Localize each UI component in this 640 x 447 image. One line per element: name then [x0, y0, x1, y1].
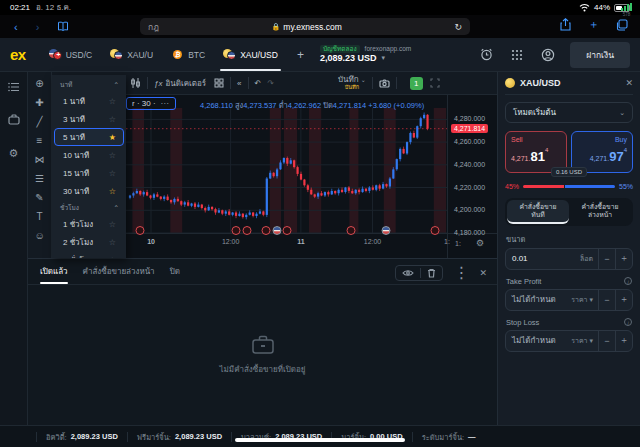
profile-icon[interactable]: [541, 48, 555, 62]
tp-minus-button[interactable]: −: [598, 290, 615, 310]
close-panel-icon[interactable]: ✕: [479, 268, 487, 278]
take-profit-input[interactable]: ไม่ได้กำหนด ราคา ▾ − ＋: [505, 289, 633, 311]
timeframe-item[interactable]: 1 ชั่วโมง☆: [54, 215, 124, 233]
layout-grid-icon[interactable]: [214, 78, 224, 88]
home-indicator[interactable]: [235, 438, 405, 442]
favorite-star-icon[interactable]: ☆: [109, 115, 116, 124]
stop-loss-input[interactable]: ไม่ได้กำหนด ราคา ▾ − ＋: [505, 330, 633, 352]
replay-icon[interactable]: «: [237, 79, 241, 88]
trendline-icon[interactable]: ╱: [36, 116, 42, 128]
instrument-tab-label: XAU/USD: [240, 50, 278, 60]
volume-plus-button[interactable]: ＋: [615, 249, 632, 269]
reload-icon[interactable]: ↻: [454, 22, 462, 32]
fullscreen-icon[interactable]: [430, 78, 440, 88]
axis-settings-icon[interactable]: ⚙: [476, 238, 484, 248]
sl-plus-button[interactable]: ＋: [615, 331, 632, 351]
forward-button[interactable]: ›: [36, 21, 40, 33]
legend-more-icon[interactable]: ⋯: [161, 99, 170, 108]
timeframe-item[interactable]: 4 ชั่วโมง☆: [54, 251, 124, 258]
positions-tab[interactable]: เปิดแล้ว: [40, 259, 68, 284]
volume-input[interactable]: 0.01 ล็อต − ＋: [505, 248, 633, 270]
timeframe-item[interactable]: 1 นาที☆: [54, 92, 124, 110]
alerts-icon[interactable]: [480, 48, 493, 61]
sl-unit-select[interactable]: ราคา ▾: [566, 335, 598, 346]
apps-grid-icon[interactable]: [511, 49, 523, 61]
favorite-star-icon[interactable]: ☆: [109, 238, 116, 247]
timeframe-item[interactable]: 15 นาที☆: [54, 164, 124, 182]
delete-icon[interactable]: [420, 268, 442, 278]
chart-legend[interactable]: r · 30 · ⋯: [126, 97, 176, 110]
info-icon[interactable]: i: [624, 277, 632, 285]
favorite-star-icon[interactable]: ☆: [109, 151, 116, 160]
favorite-star-icon[interactable]: ☆: [109, 169, 116, 178]
positions-tab[interactable]: คำสั่งซื้อขายล่วงหน้า: [83, 259, 155, 284]
instrument-tab-xauu[interactable]: XAU/U: [101, 38, 162, 71]
tp-plus-button[interactable]: ＋: [615, 290, 632, 310]
timeframe-item[interactable]: 10 นาที☆: [54, 146, 124, 164]
account-summary[interactable]: บัญชีทดลอง forexonapp.com 2,089.23 USD ▾: [320, 45, 411, 64]
screenshot-icon[interactable]: [379, 79, 390, 88]
redo-icon[interactable]: ↷: [267, 79, 274, 88]
news-marker[interactable]: [242, 226, 251, 235]
fib-icon[interactable]: ☰: [35, 173, 44, 185]
pattern-icon[interactable]: ⋈: [35, 154, 45, 166]
instrument-tab-usdc[interactable]: USD/C: [40, 38, 101, 71]
portfolio-icon[interactable]: [8, 114, 20, 125]
share-icon[interactable]: [560, 18, 571, 31]
news-marker[interactable]: [261, 226, 270, 235]
toggle-visibility-icon[interactable]: [396, 268, 420, 278]
volume-minus-button[interactable]: −: [598, 249, 615, 269]
indicators-button[interactable]: ƒx อินดิเคเตอร์: [154, 77, 206, 90]
timeframe-item[interactable]: 3 นาที☆: [54, 110, 124, 128]
news-marker[interactable]: [430, 226, 439, 235]
positions-tab[interactable]: ปิด: [170, 259, 180, 284]
tp-unit-select[interactable]: ราคา ▾: [566, 294, 598, 305]
instrument-tab-xauusd[interactable]: XAU/USD: [214, 38, 287, 71]
save-layout-button[interactable]: บันทึก ⌄ บันทึก: [338, 76, 366, 91]
info-icon[interactable]: i: [624, 318, 632, 326]
timeframe-item[interactable]: 5 นาที★: [54, 128, 124, 146]
order-tab-market[interactable]: คำสั่งซื้อขายทันที: [507, 200, 569, 224]
favorite-star-icon[interactable]: ☆: [109, 220, 116, 229]
order-tab-pending[interactable]: คำสั่งซื้อขายล่วงหน้า: [569, 200, 631, 224]
address-bar[interactable]: กฎ 🔒 my.exness.com ↻: [140, 18, 470, 35]
news-marker[interactable]: [231, 226, 240, 235]
news-marker[interactable]: [347, 226, 356, 235]
news-marker[interactable]: [283, 226, 292, 235]
more-options-icon[interactable]: ⋮: [453, 263, 469, 282]
timeframe-item[interactable]: 2 ชั่วโมง☆: [54, 233, 124, 251]
news-marker[interactable]: [136, 226, 145, 235]
favorite-star-icon[interactable]: ★: [109, 133, 116, 142]
back-button[interactable]: ‹: [14, 21, 18, 33]
news-flag-marker[interactable]: [272, 226, 281, 235]
sl-minus-button[interactable]: −: [598, 331, 615, 351]
add-circle-icon[interactable]: ⊕: [35, 78, 43, 90]
news-flag-marker[interactable]: [381, 226, 390, 235]
tf-section-header[interactable]: ชั่วโมง⌃: [52, 200, 126, 215]
tabs-icon[interactable]: [616, 19, 628, 31]
timeframe-item[interactable]: 30 นาที☆: [54, 182, 124, 200]
deposit-button[interactable]: ฝากเงิน: [570, 42, 630, 68]
favorite-star-icon[interactable]: ☆: [109, 187, 116, 196]
mode-select[interactable]: โหมดเริ่มต้น ⌄: [505, 102, 633, 123]
text-tool-icon[interactable]: T: [36, 211, 42, 223]
active-chart-badge[interactable]: 1: [410, 77, 423, 90]
watchlist-icon[interactable]: [8, 82, 20, 92]
brush-icon[interactable]: ✎: [35, 192, 43, 204]
bookmarks-icon[interactable]: [57, 21, 69, 32]
trade-panel: XAU/USD ✕ โหมดเริ่มต้น ⌄ Sell 4,271.814 …: [497, 72, 640, 425]
new-tab-icon[interactable]: ＋: [588, 17, 599, 32]
undo-icon[interactable]: ↶: [255, 79, 262, 88]
emoji-tool-icon[interactable]: ☺: [34, 230, 44, 242]
close-panel-icon[interactable]: ✕: [625, 78, 633, 88]
chart-type-icon[interactable]: [130, 77, 141, 89]
favorite-star-icon[interactable]: ☆: [109, 97, 116, 106]
crosshair-icon[interactable]: ✚: [35, 97, 43, 109]
candlestick-plot[interactable]: [126, 108, 447, 233]
parallel-lines-icon[interactable]: ≡: [37, 135, 43, 147]
favorite-star-icon[interactable]: ☆: [109, 256, 116, 259]
instrument-tab-btc[interactable]: BTC: [162, 38, 214, 71]
tf-section-header[interactable]: นาที⌃: [52, 77, 126, 92]
settings-icon[interactable]: ⚙: [9, 147, 19, 160]
add-instrument-button[interactable]: +: [287, 48, 314, 62]
